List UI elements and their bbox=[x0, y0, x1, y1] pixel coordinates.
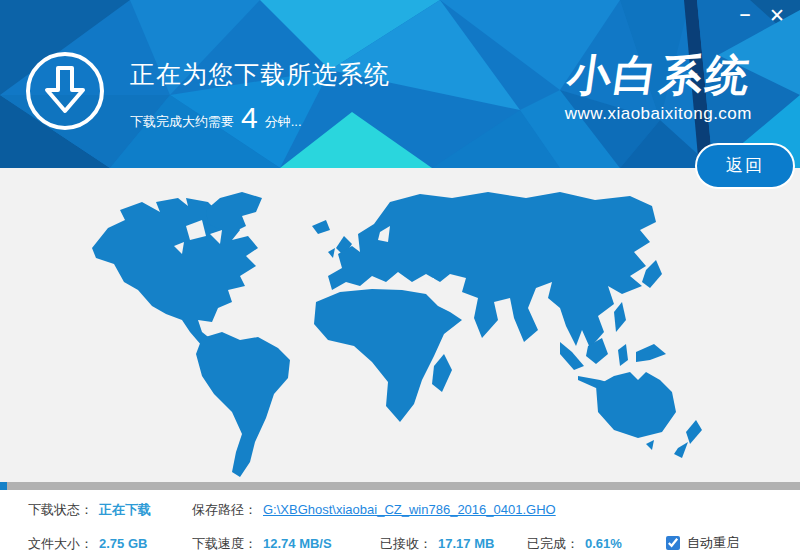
speed-group: 下载速度：12.74 MB/S bbox=[192, 535, 332, 553]
progress-bar bbox=[0, 482, 800, 490]
completed-group: 已完成：0.61% bbox=[527, 535, 622, 553]
speed-label: 下载速度： bbox=[192, 536, 257, 551]
download-status-label: 下载状态： bbox=[28, 502, 93, 517]
received-label: 已接收： bbox=[380, 536, 432, 551]
app-window: – ✕ 正在为您下载所选系统 下载完成大约需要 4 分钟... 小白系统 www… bbox=[0, 0, 800, 560]
minimize-button[interactable]: – bbox=[732, 2, 758, 28]
download-icon bbox=[25, 51, 105, 131]
file-size-group: 文件大小：2.75 GB bbox=[28, 535, 147, 553]
received-group: 已接收：17.17 MB bbox=[380, 535, 494, 553]
eta-minutes: 4 bbox=[241, 105, 258, 131]
download-status-group: 下载状态：正在下载 bbox=[28, 501, 151, 519]
close-button[interactable]: ✕ bbox=[764, 4, 790, 30]
page-title: 正在为您下载所选系统 bbox=[130, 58, 390, 91]
save-path-link[interactable]: G:\XBGhost\xiaobai_CZ_win786_2016_0401.G… bbox=[263, 502, 556, 517]
header: – ✕ 正在为您下载所选系统 下载完成大约需要 4 分钟... 小白系统 www… bbox=[0, 0, 800, 168]
brand-logo: 小白系统 bbox=[562, 52, 756, 98]
map-section bbox=[0, 168, 800, 482]
eta-prefix: 下载完成大约需要 bbox=[130, 113, 234, 131]
world-map bbox=[90, 190, 750, 480]
header-text-block: 正在为您下载所选系统 下载完成大约需要 4 分钟... bbox=[130, 58, 390, 131]
save-path-label: 保存路径： bbox=[192, 502, 257, 517]
download-status-value: 正在下载 bbox=[99, 502, 151, 517]
progress-fill bbox=[0, 482, 7, 490]
eta-line: 下载完成大约需要 4 分钟... bbox=[130, 105, 390, 131]
save-path-group: 保存路径：G:\XBGhost\xiaobai_CZ_win786_2016_0… bbox=[192, 501, 556, 519]
file-size-label: 文件大小： bbox=[28, 536, 93, 551]
completed-value: 0.61% bbox=[585, 536, 622, 551]
brand-block: 小白系统 www.xiaobaixitong.com bbox=[565, 52, 752, 124]
received-value: 17.17 MB bbox=[438, 536, 494, 551]
auto-restart-group: 自动重启 bbox=[666, 534, 739, 552]
back-button[interactable]: 返回 bbox=[695, 143, 795, 189]
eta-suffix: 分钟... bbox=[265, 113, 302, 131]
speed-value: 12.74 MB/S bbox=[263, 536, 332, 551]
status-bar: 下载状态：正在下载 保存路径：G:\XBGhost\xiaobai_CZ_win… bbox=[0, 490, 800, 560]
auto-restart-label: 自动重启 bbox=[687, 534, 739, 552]
brand-website: www.xiaobaixitong.com bbox=[565, 104, 752, 124]
auto-restart-checkbox[interactable] bbox=[666, 536, 680, 550]
file-size-value: 2.75 GB bbox=[99, 536, 147, 551]
completed-label: 已完成： bbox=[527, 536, 579, 551]
